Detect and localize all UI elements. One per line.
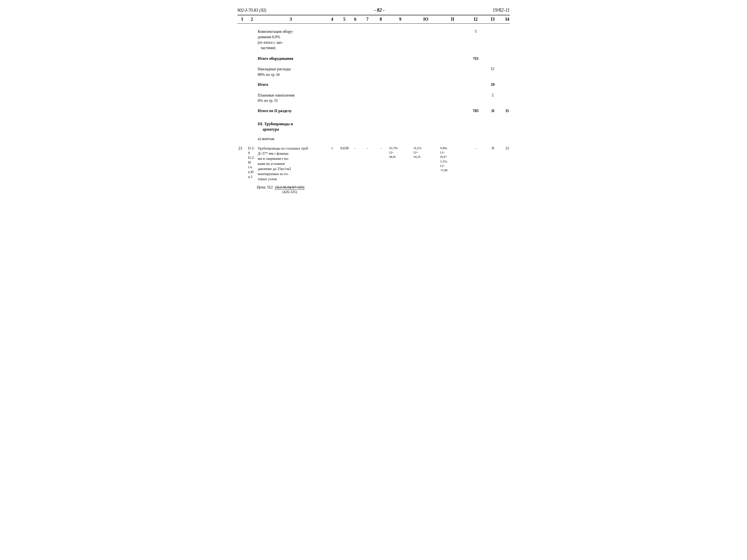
col-header-2: 2 bbox=[247, 17, 257, 22]
col-header-12: I2 bbox=[466, 17, 486, 22]
col-header-9: 9 bbox=[388, 17, 413, 22]
col-header-6: 6 bbox=[349, 17, 361, 22]
page-header: 902-I-70.83 (XI) - 82 - 19/82-11 bbox=[237, 7, 510, 13]
col-header-10: IO bbox=[413, 17, 439, 22]
table-row: а) монтаж bbox=[237, 135, 510, 143]
table-row: Итого по II разделу 785 3I I5 bbox=[237, 107, 510, 115]
col-header-14: I4 bbox=[500, 17, 515, 22]
table-row: 23 I2-2-9I2-2-I0т.ч.п.I0п.3 Трубопроводы… bbox=[237, 144, 510, 183]
col-header-11: II bbox=[439, 17, 466, 22]
col-header-15: I5 bbox=[515, 17, 520, 22]
col-header-4: 4 bbox=[325, 17, 340, 22]
header-right: 19/82-11 bbox=[493, 7, 510, 13]
price-label: Цена: 5I,I bbox=[257, 185, 273, 189]
col-header-5: 5 bbox=[340, 17, 349, 22]
price-numerator: (5I,I-36,9)(3I7-325) bbox=[275, 185, 305, 190]
col-header-3: 3 bbox=[257, 17, 325, 22]
table-row: Плановые накопления8% по гр. I3 2 bbox=[237, 91, 510, 105]
column-headers: I 2 3 4 5 6 7 8 9 IO II I2 I3 I4 I5 bbox=[237, 15, 510, 24]
table-row: Итого 29 bbox=[237, 81, 510, 89]
header-center: - 82 - bbox=[374, 7, 385, 13]
price-row: Цена: 5I,I (5I,I-36,9)(3I7-325) (426-325… bbox=[237, 183, 510, 194]
table-body: Комплектация обору-дования 0,9%(от итога… bbox=[237, 27, 510, 194]
table-row: III. Трубопроводы и арматура bbox=[237, 120, 510, 134]
price-denominator: (426-325) bbox=[282, 190, 298, 194]
col-header-7: 7 bbox=[361, 17, 374, 22]
col-header-8: 8 bbox=[374, 17, 388, 22]
col-header-13: I3 bbox=[486, 17, 500, 22]
table-row: Итого оборудования 7I3 bbox=[237, 55, 510, 63]
price-fraction: (5I,I-36,9)(3I7-325) (426-325) bbox=[275, 185, 305, 194]
table-row: Накладные расходы80% по гр. I4 I2 bbox=[237, 65, 510, 79]
table-row: Комплектация обору-дования 0,9%(от итога… bbox=[237, 27, 510, 52]
header-left: 902-I-70.83 (XI) bbox=[237, 8, 266, 13]
col-header-1: I bbox=[237, 17, 247, 22]
